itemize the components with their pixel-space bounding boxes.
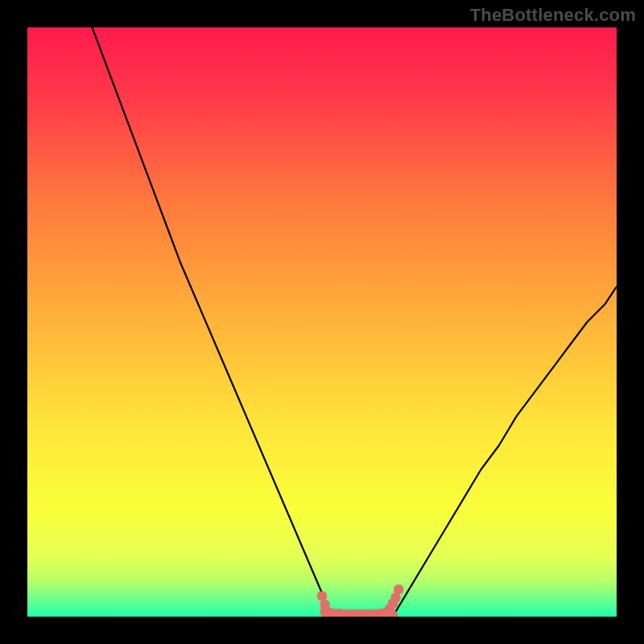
plot-area (27, 27, 617, 617)
gradient-background (27, 27, 617, 617)
watermark-text: TheBottleneck.com (470, 5, 636, 26)
highlight-dot (391, 593, 401, 603)
chart-svg (27, 27, 617, 617)
highlight-dot (394, 584, 403, 594)
highlight-dot (317, 591, 327, 601)
chart-frame: TheBottleneck.com (0, 0, 644, 644)
highlight-dot (320, 607, 330, 617)
